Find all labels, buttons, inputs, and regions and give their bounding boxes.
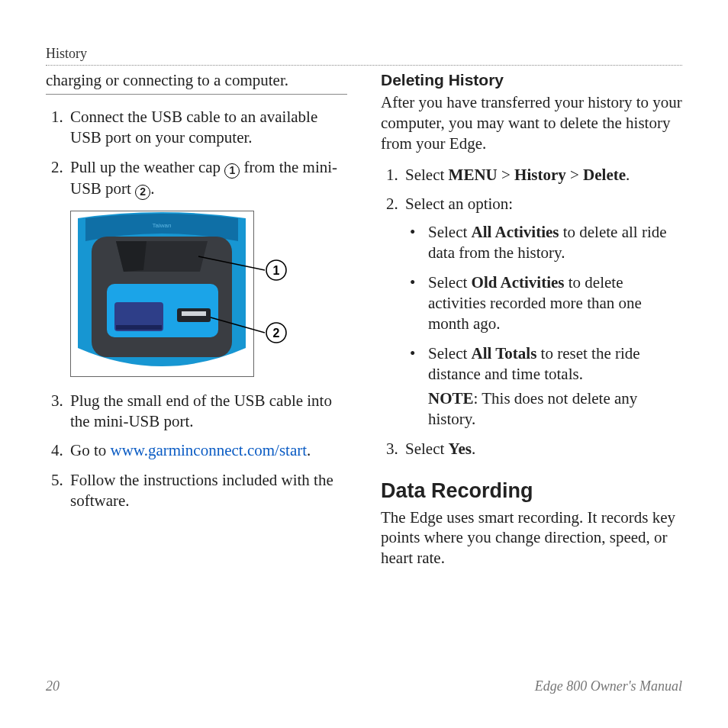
callout-2-inline: 2: [135, 185, 150, 200]
delete-step-3: Select Yes.: [402, 439, 682, 459]
step-4-text-b: .: [307, 441, 311, 459]
all-activities-label: All Activities: [472, 223, 559, 241]
svg-rect-4: [116, 325, 162, 330]
figure-taiwan-label: Taiwan: [153, 222, 172, 229]
usb-steps-list: Connect the USB cable to an available US…: [46, 107, 347, 511]
page-number: 20: [46, 678, 60, 694]
right-column: Deleting History After you have transfer…: [381, 70, 682, 569]
deleting-history-intro: After you have transferred your history …: [381, 92, 682, 154]
t: .: [472, 440, 475, 458]
history-label: History: [514, 166, 566, 184]
delete-step-1: Select MENU > History > Delete.: [402, 165, 682, 185]
t: Select: [428, 344, 472, 362]
t: Select: [428, 223, 472, 241]
step-1: Connect the USB cable to an available US…: [67, 107, 347, 148]
svg-text:2: 2: [273, 327, 280, 340]
intro-fragment: charging or connecting to a computer.: [46, 70, 347, 95]
delete-options-list: Select All Activities to delete all ride…: [405, 222, 682, 430]
delete-label: Delete: [583, 166, 626, 184]
doc-title: Edge 800 Owner's Manual: [535, 678, 682, 694]
two-column-layout: charging or connecting to a computer. Co…: [46, 70, 682, 569]
device-figure: Taiwan: [70, 211, 299, 377]
deleting-history-heading: Deleting History: [381, 70, 682, 91]
t: Select: [405, 440, 449, 458]
delete-steps-list: Select MENU > History > Delete. Select a…: [381, 165, 682, 460]
step-4-text-a: Go to: [70, 441, 111, 459]
select-option-text: Select an option:: [405, 195, 513, 213]
svg-text:1: 1: [273, 264, 280, 277]
step-4: Go to www.garminconnect.com/start.: [67, 440, 347, 461]
step-2-text-c: .: [150, 179, 154, 198]
all-totals-label: All Totals: [472, 344, 537, 362]
step-2: Pull up the weather cap 1 from the mini-…: [67, 157, 347, 377]
page-footer: 20 Edge 800 Owner's Manual: [46, 678, 682, 694]
option-all-totals: Select All Totals to reset the ride dist…: [405, 343, 682, 430]
callout-1-inline: 1: [224, 163, 240, 179]
data-recording-heading: Data Recording: [381, 478, 682, 504]
garmin-connect-link[interactable]: www.garminconnect.com/start: [111, 441, 308, 459]
device-illustration: Taiwan: [70, 211, 299, 377]
option-old-activities: Select Old Activities to delete activiti…: [405, 272, 682, 334]
step-5: Follow the instructions included with th…: [67, 470, 347, 511]
old-activities-label: Old Activities: [472, 273, 565, 292]
t: .: [626, 166, 630, 184]
step-3: Plug the small end of the USB cable into…: [67, 391, 347, 432]
menu-label: MENU: [449, 166, 498, 184]
header-rule: [46, 65, 682, 66]
note-label: NOTE: [428, 389, 474, 407]
t: Select: [428, 273, 472, 292]
data-recording-body: The Edge uses smart recording. It record…: [381, 507, 682, 569]
sep: >: [498, 166, 514, 184]
note-block: NOTE: This does not delete any history.: [428, 388, 682, 430]
option-all-activities: Select All Activities to delete all ride…: [405, 222, 682, 263]
left-column: charging or connecting to a computer. Co…: [46, 70, 347, 569]
yes-label: Yes: [449, 440, 472, 458]
svg-rect-6: [182, 311, 206, 316]
delete-step-2: Select an option: Select All Activities …: [402, 194, 682, 430]
t: Select: [405, 166, 449, 184]
step-2-text-a: Pull up the weather cap: [70, 158, 224, 176]
sep: >: [566, 166, 583, 184]
running-head: History: [46, 46, 682, 62]
